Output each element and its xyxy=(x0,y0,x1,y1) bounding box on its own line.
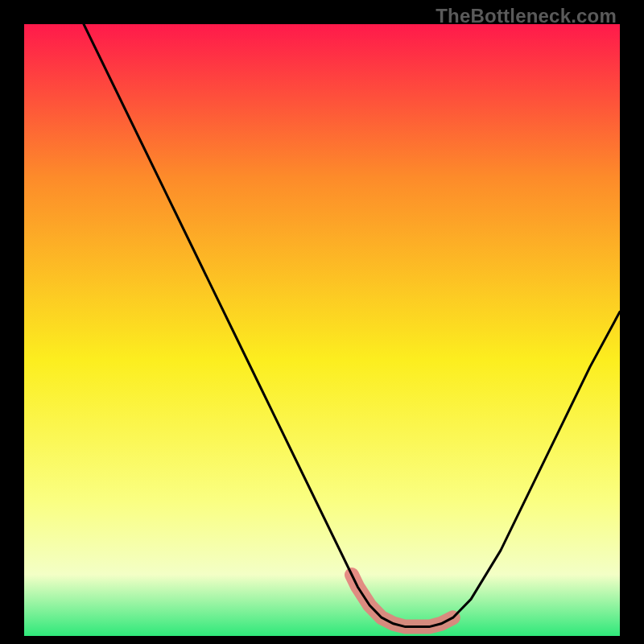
bottleneck-curve xyxy=(84,24,620,627)
chart-frame xyxy=(24,24,620,636)
chart-overlay xyxy=(24,24,620,636)
watermark-text: TheBottleneck.com xyxy=(436,5,617,27)
